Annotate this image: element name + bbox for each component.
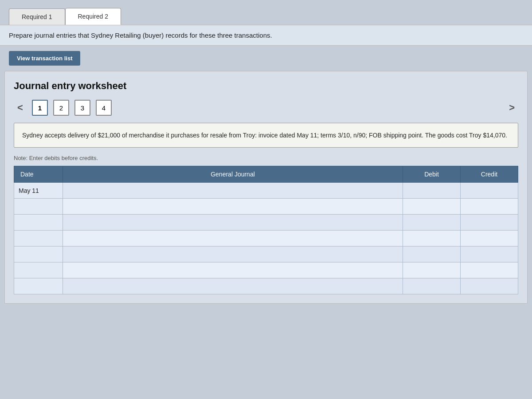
debit-input-3[interactable] [403,231,460,246]
credit-cell-3[interactable] [461,231,518,246]
date-cell-3 [14,231,63,246]
date-cell-5 [14,262,63,278]
credit-cell-4[interactable] [461,246,518,262]
journal-cell-4[interactable] [63,246,403,262]
journal-input-3[interactable] [63,231,403,246]
table-row [14,246,518,262]
page-btn-1[interactable]: 1 [32,100,48,116]
col-general-journal: General Journal [63,166,403,183]
debit-cell-3[interactable] [403,231,461,246]
table-row [14,278,518,294]
description-box: Sydney accepts delivery of $21,000 of me… [14,123,518,148]
note-text: Note: Enter debits before credits. [14,155,518,161]
page-btn-2[interactable]: 2 [53,100,69,116]
credit-cell-0[interactable] [461,183,518,199]
date-cell-2 [14,215,63,231]
debit-input-5[interactable] [403,262,460,278]
credit-input-2[interactable] [461,215,518,230]
credit-cell-5[interactable] [461,262,518,278]
date-cell-0: May 11 [14,183,63,199]
table-row [14,231,518,246]
page-btn-4[interactable]: 4 [96,100,112,116]
page-nav: < 1 2 3 4 > [14,100,518,116]
journal-input-2[interactable] [63,215,403,230]
table-row [14,199,518,215]
debit-cell-6[interactable] [403,278,461,294]
tab-required2[interactable]: Required 2 [65,8,121,25]
debit-input-1[interactable] [403,199,460,214]
journal-input-5[interactable] [63,262,403,278]
credit-input-1[interactable] [461,199,518,214]
journal-input-0[interactable] [63,183,403,198]
tab-bar: Required 1 Required 2 [0,0,532,25]
table-row [14,262,518,278]
journal-cell-5[interactable] [63,262,403,278]
credit-cell-1[interactable] [461,199,518,215]
credit-input-6[interactable] [461,278,518,294]
page-wrapper: Required 1 Required 2 Prepare journal en… [0,0,532,399]
debit-cell-1[interactable] [403,199,461,215]
table-row [14,215,518,231]
next-arrow[interactable]: > [505,101,518,114]
journal-cell-2[interactable] [63,215,403,231]
debit-input-0[interactable] [403,183,460,198]
journal-input-6[interactable] [63,278,403,294]
credit-input-3[interactable] [461,231,518,246]
worksheet-title: Journal entry worksheet [14,80,518,92]
view-transaction-button[interactable]: View transaction list [9,51,80,66]
table-header-row: Date General Journal Debit Credit [14,166,518,183]
journal-cell-6[interactable] [63,278,403,294]
main-content: Journal entry worksheet < 1 2 3 4 > Sydn… [4,71,528,304]
journal-input-4[interactable] [63,246,403,262]
date-cell-6 [14,278,63,294]
debit-cell-4[interactable] [403,246,461,262]
credit-input-4[interactable] [461,246,518,262]
journal-cell-3[interactable] [63,231,403,246]
col-credit: Credit [461,166,518,183]
col-date: Date [14,166,63,183]
journal-table: Date General Journal Debit Credit May 11 [14,166,518,294]
description-text: Sydney accepts delivery of $21,000 of me… [22,132,507,139]
col-debit: Debit [403,166,461,183]
debit-input-4[interactable] [403,246,460,262]
credit-input-0[interactable] [461,183,518,198]
tab-required1[interactable]: Required 1 [9,8,65,25]
table-row: May 11 [14,183,518,199]
instruction-text: Prepare journal entries that Sydney Reta… [9,31,272,39]
debit-input-6[interactable] [403,278,460,294]
journal-cell-0[interactable] [63,183,403,199]
debit-cell-2[interactable] [403,215,461,231]
credit-cell-6[interactable] [461,278,518,294]
button-bar: View transaction list [0,46,532,71]
debit-cell-5[interactable] [403,262,461,278]
journal-input-1[interactable] [63,199,403,214]
debit-input-2[interactable] [403,215,460,230]
credit-input-5[interactable] [461,262,518,278]
date-cell-1 [14,199,63,215]
instruction-bar: Prepare journal entries that Sydney Reta… [0,25,532,46]
page-btn-3[interactable]: 3 [74,100,90,116]
prev-arrow[interactable]: < [14,101,27,114]
debit-cell-0[interactable] [403,183,461,199]
journal-cell-1[interactable] [63,199,403,215]
date-cell-4 [14,246,63,262]
credit-cell-2[interactable] [461,215,518,231]
